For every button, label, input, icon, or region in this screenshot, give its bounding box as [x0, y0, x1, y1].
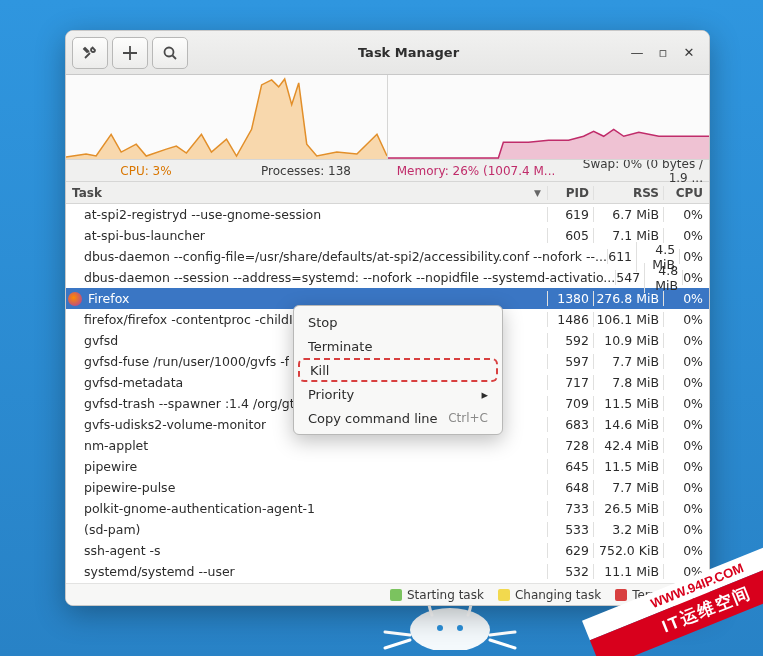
cell-pid: 683 [547, 417, 593, 432]
cell-pid: 717 [547, 375, 593, 390]
cell-rss: 4.8 MiB [644, 263, 682, 293]
cell-cpu: 0% [663, 438, 709, 453]
minimize-button[interactable]: — [629, 45, 645, 61]
header-task[interactable]: Task ▼ [66, 186, 547, 200]
header-rss[interactable]: RSS [593, 186, 663, 200]
cell-task: Firefox [84, 291, 547, 306]
cell-cpu: 0% [663, 375, 709, 390]
legend: Starting task Changing task Terminati... [66, 583, 709, 605]
cell-task: (sd-pam) [84, 522, 547, 537]
process-row[interactable]: pipewire64511.5 MiB0% [66, 456, 709, 477]
cell-pid: 547 [615, 270, 644, 285]
cell-cpu: 0% [663, 501, 709, 516]
column-headers: Task ▼ PID RSS CPU [66, 182, 709, 204]
cell-task: at-spi2-registryd --use-gnome-session [84, 207, 547, 222]
process-row[interactable]: pipewire-pulse6487.7 MiB0% [66, 477, 709, 498]
cell-cpu: 0% [663, 459, 709, 474]
menu-copy-command-line[interactable]: Copy command line Ctrl+C [294, 406, 502, 430]
process-row[interactable]: dbus-daemon --config-file=/usr/share/def… [66, 246, 709, 267]
maximize-button[interactable]: ▫ [655, 45, 671, 61]
memory-graph [388, 75, 709, 159]
process-row[interactable]: polkit-gnome-authentication-agent-173326… [66, 498, 709, 519]
cell-cpu: 0% [663, 396, 709, 411]
menu-priority[interactable]: Priority ▸ [294, 382, 502, 406]
minimize-icon: — [631, 45, 644, 60]
process-row[interactable]: dbus-daemon --session --address=systemd:… [66, 267, 709, 288]
cell-pid: 629 [547, 543, 593, 558]
maximize-icon: ▫ [659, 45, 668, 60]
legend-starting: Starting task [390, 588, 484, 602]
cell-rss: 7.7 MiB [593, 480, 663, 495]
cell-task: dbus-daemon --config-file=/usr/share/def… [84, 249, 607, 264]
process-row[interactable]: at-spi-bus-launcher6057.1 MiB0% [66, 225, 709, 246]
cell-pid: 533 [547, 522, 593, 537]
submenu-arrow-icon: ▸ [481, 387, 488, 402]
process-tree-button[interactable] [112, 37, 148, 69]
cell-cpu: 0% [663, 417, 709, 432]
cell-cpu: 0% [663, 291, 709, 306]
cell-rss: 42.4 MiB [593, 438, 663, 453]
menu-stop[interactable]: Stop [294, 310, 502, 334]
close-button[interactable]: ✕ [681, 45, 697, 61]
process-row[interactable]: systemd/systemd --user53211.1 MiB0% [66, 561, 709, 582]
cell-task: nm-applet [84, 438, 547, 453]
menu-kill[interactable]: Kill [298, 358, 498, 382]
cell-pid: 1380 [547, 291, 593, 306]
cell-rss: 11.1 MiB [593, 564, 663, 579]
process-row[interactable]: nm-applet72842.4 MiB0% [66, 435, 709, 456]
cell-cpu: 0% [663, 480, 709, 495]
shortcut-label: Ctrl+C [448, 411, 488, 425]
legend-starting-swatch [390, 589, 402, 601]
cell-pid: 592 [547, 333, 593, 348]
status-swap: Swap: 0% (0 bytes / 1.9 ... [566, 157, 709, 185]
cell-task: dbus-daemon --session --address=systemd:… [84, 270, 615, 285]
cell-pid: 532 [547, 564, 593, 579]
cell-task: pipewire [84, 459, 547, 474]
cell-cpu: 0% [682, 270, 709, 285]
cell-rss: 11.5 MiB [593, 459, 663, 474]
svg-point-3 [165, 47, 174, 56]
header-pid[interactable]: PID [547, 186, 593, 200]
svg-point-1 [437, 625, 443, 631]
cell-task: systemd/systemd --user [84, 564, 547, 579]
search-button[interactable] [152, 37, 188, 69]
cell-pid: 1486 [547, 312, 593, 327]
cell-pid: 611 [607, 249, 636, 264]
cell-rss: 7.8 MiB [593, 375, 663, 390]
tools-icon [82, 45, 98, 61]
cell-pid: 728 [547, 438, 593, 453]
cell-rss: 6.7 MiB [593, 207, 663, 222]
process-row[interactable]: at-spi2-registryd --use-gnome-session619… [66, 204, 709, 225]
close-icon: ✕ [684, 45, 695, 60]
cell-rss: 10.9 MiB [593, 333, 663, 348]
cpu-graph [66, 75, 388, 159]
cell-cpu: 0% [663, 333, 709, 348]
firefox-icon [68, 292, 82, 306]
cell-rss: 14.6 MiB [593, 417, 663, 432]
cell-cpu: 0% [663, 354, 709, 369]
menu-terminate[interactable]: Terminate [294, 334, 502, 358]
cell-cpu: 0% [663, 564, 709, 579]
status-processes: Processes: 138 [226, 164, 386, 178]
cell-pid: 597 [547, 354, 593, 369]
process-row[interactable]: (sd-pam)5333.2 MiB0% [66, 519, 709, 540]
cell-cpu: 0% [679, 249, 709, 264]
cell-rss: 26.5 MiB [593, 501, 663, 516]
status-cpu: CPU: 3% [66, 164, 226, 178]
legend-terminating: Terminati... [615, 588, 699, 602]
cell-pid: 619 [547, 207, 593, 222]
process-row[interactable]: ssh-agent -s629752.0 KiB0% [66, 540, 709, 561]
search-icon [162, 45, 178, 61]
status-memory: Memory: 26% (1007.4 M... [386, 164, 566, 178]
cell-cpu: 0% [663, 207, 709, 222]
cell-rss: 3.2 MiB [593, 522, 663, 537]
svg-point-2 [457, 625, 463, 631]
cell-pid: 709 [547, 396, 593, 411]
settings-button[interactable] [72, 37, 108, 69]
cell-rss: 276.8 MiB [593, 291, 663, 306]
header-cpu[interactable]: CPU [663, 186, 709, 200]
crosshair-icon [122, 45, 138, 61]
cell-rss: 7.7 MiB [593, 354, 663, 369]
cell-cpu: 0% [663, 543, 709, 558]
legend-terminating-swatch [615, 589, 627, 601]
